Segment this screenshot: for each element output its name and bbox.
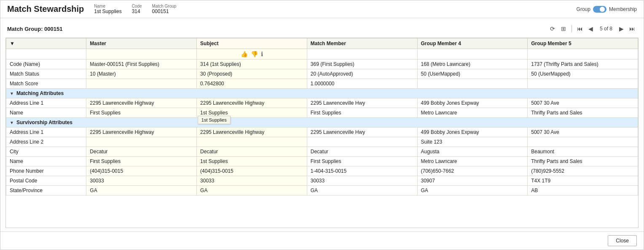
cell-group5: T4X 1T9 — [528, 176, 638, 186]
cell-subject: (404)315-0015 — [197, 166, 307, 176]
col-header-group4: Group Member 4 — [417, 38, 528, 49]
cell-subject-icons: 👍 👎 ℹ — [197, 49, 307, 60]
cell-group5 — [528, 137, 638, 147]
cell-attr-icons — [6, 49, 86, 60]
cell-member: 2295 Lawrenceville Hwy — [307, 128, 417, 137]
cell-member: Decatur — [307, 147, 417, 157]
cell-attr: Address Line 2 — [6, 137, 86, 147]
cell-group5: AB — [528, 186, 638, 196]
cell-subject — [197, 137, 307, 147]
cell-master: 10 (Master) — [86, 69, 197, 79]
cell-group4: 499 Bobby Jones Expway — [417, 128, 528, 137]
thumbs-up-icon[interactable]: 👍 — [241, 51, 248, 57]
cell-attr: Name — [6, 157, 86, 166]
tooltip-container: 1st Supplies 1st Supplies — [200, 110, 228, 116]
survivorship-row: Phone Number (404)315-0015 (404)315-0015… — [6, 166, 638, 176]
toggle-membership-label: Membership — [609, 6, 637, 12]
cell-group4: Augusta — [417, 147, 528, 157]
cell-group4: Metro Lawncare — [417, 157, 528, 166]
cell-member: First Supplies — [307, 108, 417, 118]
cell-member: 30033 — [307, 176, 417, 186]
col-expand-icon[interactable]: ▼ — [10, 41, 15, 46]
cell-master-icons — [86, 49, 197, 60]
close-button[interactable]: Close — [608, 235, 637, 246]
cell-master: First Supplies — [86, 157, 197, 166]
cell-subject: 0.7642800 — [197, 79, 307, 89]
meta-code-value: 314 — [132, 8, 142, 14]
cell-group4-icons — [417, 49, 528, 60]
cell-group5: 5007 30 Ave — [528, 128, 638, 137]
cell-master: Master-000151 (First Supplies) — [86, 60, 197, 69]
cell-attr: Postal Code — [6, 176, 86, 186]
next-page-icon[interactable]: ▶ — [617, 24, 626, 33]
cell-attr: Address Line 1 — [6, 128, 86, 137]
app-title: Match Stewardship — [7, 4, 84, 14]
meta-name: Name 1st Supplies — [94, 4, 121, 14]
cell-group5 — [528, 79, 638, 89]
cell-attr: City — [6, 147, 86, 157]
toolbar-icons: ⟳ ⊞ ⏮ ◀ 5 of 8 ▶ ⏭ — [548, 24, 637, 33]
meta-name-value: 1st Supplies — [94, 8, 121, 14]
cell-member: GA — [307, 186, 417, 196]
cell-member: First Supplies — [307, 157, 417, 166]
thumbs-down-icon[interactable]: 👎 — [251, 51, 258, 57]
group-membership-toggle[interactable] — [593, 6, 606, 13]
table-row: Match Score 0.7642800 1.0000000 — [6, 79, 638, 89]
cell-master: 2295 Lawrenceville Highway — [86, 128, 197, 137]
meta-match-group-label: Match Group — [152, 4, 177, 8]
survivorship-row: Address Line 2 Suite 123 — [6, 137, 638, 147]
cell-member: 1-404-315-0015 — [307, 166, 417, 176]
cell-master: GA — [86, 186, 197, 196]
cell-member: 1.0000000 — [307, 79, 417, 89]
toggle-thumb — [600, 7, 605, 12]
cell-attr: State/Province — [6, 186, 86, 196]
header-meta: Name 1st Supplies Code 314 Match Group 0… — [94, 4, 176, 14]
matching-arrow-icon: ▼ — [10, 91, 14, 96]
cell-attr: Phone Number — [6, 166, 86, 176]
cell-subject: 1st Supplies — [197, 157, 307, 166]
last-page-icon[interactable]: ⏭ — [628, 24, 637, 33]
cell-attr: Code (Name) — [6, 60, 86, 69]
cell-group5-icons — [528, 49, 638, 60]
info-icon[interactable]: ℹ — [261, 51, 263, 57]
cell-master: 2295 Lawrenceville Highway — [86, 98, 197, 108]
cell-master: Decatur — [86, 147, 197, 157]
cell-subject: 314 (1st Supplies) — [197, 60, 307, 69]
cell-subject: 2295 Lawrenceville Highway — [197, 128, 307, 137]
first-page-icon[interactable]: ⏮ — [575, 24, 585, 33]
cell-group4: 50 (UserMapped) — [417, 69, 528, 79]
cell-group5: Thrifty Parts and Sales — [528, 157, 638, 166]
meta-code-label: Code — [132, 4, 142, 8]
page-container: Match Stewardship Name 1st Supplies Code… — [0, 0, 644, 250]
survivorship-attributes-header[interactable]: ▼Survivorship Attributes — [6, 118, 638, 128]
survivorship-row: Postal Code 30033 30033 30033 30907 T4X … — [6, 176, 638, 186]
main-content: Match Group: 000151 ⟳ ⊞ ⏮ ◀ 5 of 8 ▶ ⏭ — [0, 18, 644, 231]
col-header-master: Master — [86, 38, 197, 49]
survivorship-row: Name First Supplies 1st Supplies First S… — [6, 157, 638, 166]
col-header-match-member: Match Member — [307, 38, 417, 49]
cell-member: 369 (First Supplies) — [307, 60, 417, 69]
cell-group4: Metro Lawncare — [417, 108, 528, 118]
toggle-container[interactable]: Group Membership — [577, 6, 637, 13]
cell-group5: 1737 (Thrifty Parts and Sales) — [528, 60, 638, 69]
cell-subject: Decatur — [197, 147, 307, 157]
survivorship-row: City Decatur Decatur Decatur Augusta Bea… — [6, 147, 638, 157]
meta-name-label: Name — [94, 4, 121, 8]
cell-subject: 2295 Lawrenceville Highway — [197, 98, 307, 108]
col-header-attr: ▼ — [6, 38, 86, 49]
table-row: Match Status 10 (Master) 30 (Proposed) 2… — [6, 69, 638, 79]
matching-attributes-header[interactable]: ▼Matching Attributes — [6, 89, 638, 98]
cell-member-icons — [307, 49, 417, 60]
prev-page-icon[interactable]: ◀ — [586, 24, 596, 33]
refresh-icon[interactable]: ⟳ — [548, 24, 557, 33]
table-row-icons: 👍 👎 ℹ — [6, 49, 638, 60]
layout-icon[interactable]: ⊞ — [559, 24, 568, 33]
survivorship-arrow-icon: ▼ — [10, 120, 14, 125]
cell-group4: 30907 — [417, 176, 528, 186]
toolbar-divider — [572, 25, 572, 33]
cell-subject: 30 (Proposed) — [197, 69, 307, 79]
main-table-wrapper[interactable]: ▼ Master Subject Match Member Group Memb… — [5, 38, 639, 228]
survivorship-row: Address Line 1 2295 Lawrenceville Highwa… — [6, 128, 638, 137]
cell-member — [307, 137, 417, 147]
cell-group5: Beaumont — [528, 147, 638, 157]
